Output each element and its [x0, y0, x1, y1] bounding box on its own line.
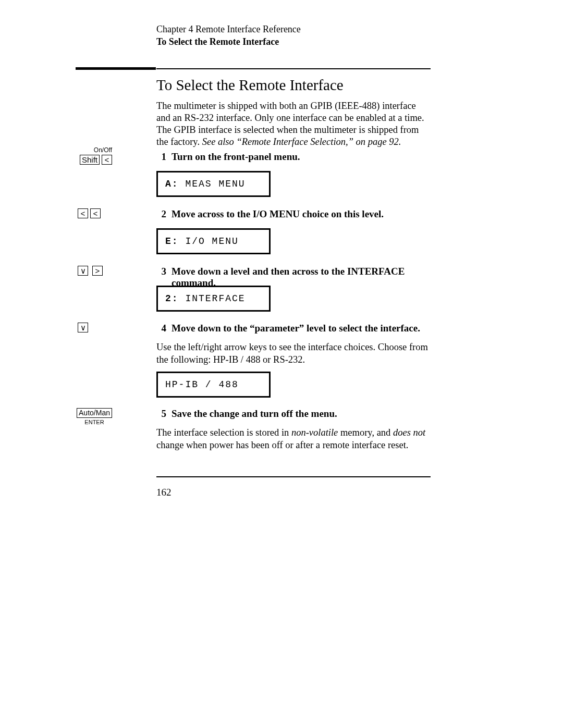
step-2: 2 Move across to the I/O MENU choice on …: [156, 208, 431, 220]
key-shift: Shift: [80, 155, 100, 165]
keys-step-4: ∨: [78, 323, 88, 332]
key-label-onoff: On/Off: [76, 146, 112, 154]
step-4-title: Move down to the “parameter” level to se…: [172, 323, 420, 334]
step-5-body: The interface selection is stored in non…: [156, 427, 431, 451]
step-5: 5 Save the change and turn off the menu.…: [156, 408, 431, 451]
footer-rule: [156, 476, 431, 477]
display-2-value: I/O MENU: [179, 236, 239, 246]
step-3-display: 2: INTERFACE: [156, 286, 431, 312]
key-left-arrow-1: <: [78, 208, 88, 218]
step-1-title: Turn on the front-panel menu.: [172, 151, 300, 163]
step-1-display: A: MEAS MENU: [156, 171, 431, 197]
display-1-value: MEAS MENU: [179, 179, 246, 189]
key-down-arrow-2: ∨: [78, 323, 88, 332]
step-2-title: Move across to the I/O MENU choice on th…: [172, 208, 384, 220]
keys-step-5: Auto/Man ENTER: [76, 408, 113, 425]
step-4: 4 Move down to the “parameter” level to …: [156, 323, 431, 366]
keys-step-1: On/Off Shift <: [76, 146, 112, 165]
key-left-arrow-2: <: [90, 208, 101, 218]
key-right-arrow: >: [92, 266, 103, 276]
display-3-value: INTERFACE: [179, 293, 246, 304]
step-5-title: Save the change and turn off the menu.: [172, 408, 337, 419]
display-4-value: HP-IB / 488: [165, 379, 239, 390]
page-title: To Select the Remote Interface: [156, 77, 431, 94]
page-number: 162: [156, 487, 172, 498]
document-page: Chapter 4 Remote Interface Reference To …: [0, 0, 563, 728]
intro-paragraph: The multimeter is shipped with both an G…: [156, 100, 431, 149]
display-2-prefix: E:: [165, 236, 179, 246]
step-2-display: E: I/O MENU: [156, 228, 431, 254]
key-auto-man: Auto/Man: [77, 408, 112, 418]
header-rule-short: [76, 67, 156, 70]
step-2-number: 2: [156, 208, 166, 220]
header-rule-long: [156, 68, 431, 69]
step-4-body: Use the left/right arrow keys to see the…: [156, 341, 431, 366]
display-3-prefix: 2:: [165, 293, 179, 304]
keys-step-2: < <: [78, 208, 101, 218]
key-label-enter: ENTER: [76, 419, 113, 425]
intro-see-also: See also “Remote Interface Selection,” o…: [202, 137, 401, 147]
step-1-number: 1: [156, 151, 166, 163]
display-1-prefix: A:: [165, 179, 179, 189]
step-4-number: 4: [156, 323, 166, 334]
chapter-header: Chapter 4 Remote Interface Reference: [156, 24, 431, 35]
keys-step-3: ∨ >: [78, 266, 103, 276]
step-4-display: HP-IB / 488: [156, 372, 431, 398]
step-5-number: 5: [156, 408, 166, 419]
section-header: To Select the Remote Interface: [156, 36, 431, 47]
step-1: 1 Turn on the front-panel menu.: [156, 151, 431, 163]
key-left-arrow: <: [102, 155, 112, 165]
key-down-arrow: ∨: [78, 266, 88, 276]
